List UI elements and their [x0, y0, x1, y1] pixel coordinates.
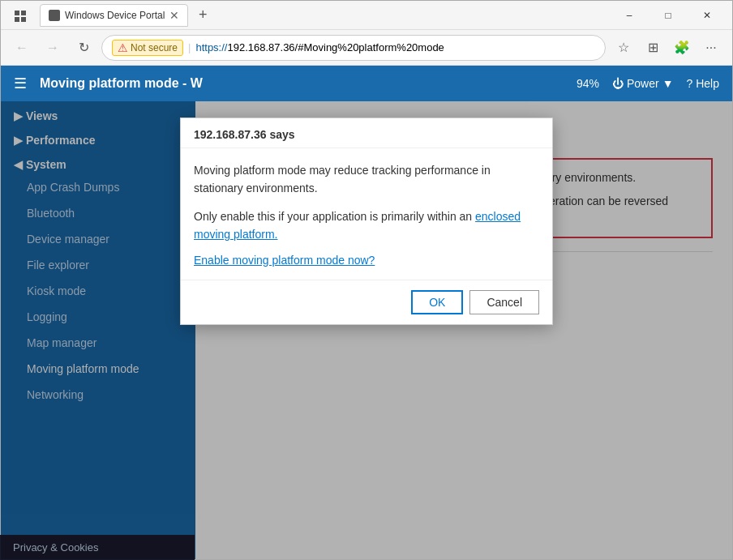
power-label: Power — [627, 77, 659, 90]
tab-close-button[interactable]: ✕ — [169, 9, 179, 22]
dialog-overlay: 192.168.87.36 says Moving platform mode … — [1, 101, 732, 559]
svg-rect-0 — [15, 11, 19, 15]
tab-favicon — [49, 10, 60, 21]
power-arrow: ▼ — [662, 77, 674, 90]
extensions-button[interactable]: 🧩 — [669, 35, 695, 61]
window-controls: – □ ✕ — [611, 1, 726, 30]
title-bar: Windows Device Portal ✕ + – □ ✕ — [1, 1, 732, 30]
dialog-body: Moving platform mode may reduce tracking… — [181, 148, 552, 280]
address-bar[interactable]: ⚠ Not secure | https://192.168.87.36/#Mo… — [101, 35, 606, 61]
favorites-button[interactable]: ☆ — [611, 35, 637, 61]
svg-rect-3 — [21, 17, 26, 22]
tab-title: Windows Device Portal — [65, 10, 165, 21]
dialog-question: Enable moving platform mode now? — [194, 254, 539, 267]
svg-rect-1 — [21, 11, 26, 15]
dialog-title: 192.168.87.36 says — [194, 128, 539, 141]
nav-actions: ☆ ⊞ 🧩 ··· — [611, 35, 724, 61]
active-tab[interactable]: Windows Device Portal ✕ — [40, 4, 188, 27]
svg-rect-2 — [15, 17, 19, 22]
dialog-message-1: Moving platform mode may reduce tracking… — [194, 161, 539, 198]
url-address: 192.168.87.36/#Moving%20platform%20mode — [227, 41, 444, 53]
forward-button[interactable]: → — [40, 35, 66, 61]
close-button[interactable]: ✕ — [688, 1, 726, 30]
app-title: Moving platform mode - W — [40, 76, 564, 91]
security-label: Not secure — [131, 42, 178, 53]
app-container: ☰ Moving platform mode - W 94% ⏻ Power ▼… — [1, 66, 732, 559]
url-protocol: https:// — [195, 41, 227, 53]
dialog-link: enclosed moving platform. — [194, 210, 521, 241]
app-body: ▶ Views ▶ Performance ◀ System App Crash… — [1, 101, 732, 559]
help-button[interactable]: ? Help — [687, 77, 719, 90]
warning-icon: ⚠ — [118, 41, 128, 54]
url-separator: | — [188, 41, 191, 53]
new-tab-button[interactable]: + — [191, 4, 214, 27]
security-warning: ⚠ Not secure — [112, 40, 183, 56]
dialog-footer: OK Cancel — [181, 280, 552, 324]
maximize-button[interactable]: □ — [649, 1, 687, 30]
refresh-button[interactable]: ↻ — [71, 35, 96, 61]
header-right: 94% ⏻ Power ▼ ? Help — [577, 77, 719, 90]
browser-menu-icon[interactable] — [13, 8, 28, 23]
more-button[interactable]: ··· — [698, 35, 724, 61]
back-button[interactable]: ← — [9, 35, 35, 61]
ok-button[interactable]: OK — [411, 290, 463, 314]
power-icon: ⏻ — [612, 77, 624, 90]
collections-button[interactable]: ⊞ — [640, 35, 666, 61]
hamburger-menu[interactable]: ☰ — [14, 75, 27, 92]
power-button[interactable]: ⏻ Power ▼ — [612, 77, 674, 90]
app-header: ☰ Moving platform mode - W 94% ⏻ Power ▼… — [1, 66, 732, 101]
cancel-button[interactable]: Cancel — [469, 290, 539, 314]
url-text: https://192.168.87.36/#Moving%20platform… — [195, 41, 444, 53]
tab-strip: Windows Device Portal ✕ + — [7, 2, 604, 28]
nav-bar: ← → ↻ ⚠ Not secure | https://192.168.87.… — [1, 30, 732, 66]
dialog-header: 192.168.87.36 says — [181, 118, 552, 148]
browser-frame: Windows Device Portal ✕ + – □ ✕ ← → ↻ ⚠ … — [0, 0, 733, 560]
dialog-message-2: Only enable this if your application is … — [194, 207, 539, 244]
minimize-button[interactable]: – — [611, 1, 648, 30]
dialog: 192.168.87.36 says Moving platform mode … — [180, 118, 553, 325]
battery-label: 94% — [577, 77, 599, 90]
